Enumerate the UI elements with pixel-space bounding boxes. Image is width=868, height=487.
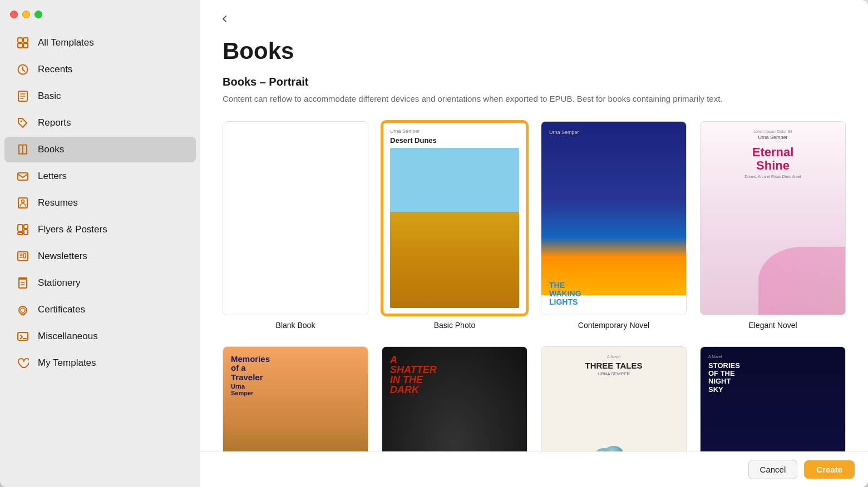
svg-rect-1 — [23, 38, 28, 42]
template-thumbnail-stories: A Novel STORIESOF THENIGHTSKY — [700, 346, 846, 451]
misc-icon — [16, 329, 30, 344]
cover-desert: Urna Semper Desert Dunes — [383, 123, 526, 314]
cover-stories: A Novel STORIESOF THENIGHTSKY — [701, 347, 845, 451]
template-thumbnail-blank — [223, 121, 368, 315]
section-title: Books – Portrait — [223, 76, 846, 88]
sidebar-item-resumes[interactable]: Resumes — [4, 190, 196, 216]
sidebar-item-letters[interactable]: Letters — [4, 163, 196, 189]
svg-rect-10 — [18, 173, 28, 180]
cbot: THEWAKINGLIGHTS — [549, 281, 678, 307]
svg-rect-14 — [24, 225, 28, 228]
template-thumbnail-memories: Memoriesof aTraveler UrnaSemper — [223, 346, 368, 451]
doc-icon — [16, 89, 30, 103]
svg-point-26 — [19, 306, 27, 314]
main-header — [200, 0, 868, 32]
sidebar-item-all-templates[interactable]: All Templates — [4, 30, 196, 56]
svg-rect-17 — [18, 252, 28, 261]
template-item-stories[interactable]: A Novel STORIESOF THENIGHTSKY Stories of… — [700, 346, 846, 451]
section-description: Content can reflow to accommodate differ… — [223, 93, 757, 106]
etitle: EternalShine — [752, 146, 794, 172]
sidebar-item-label: Certificates — [38, 304, 85, 315]
template-name-contemporary: Contemporary Novel — [578, 321, 649, 330]
svg-rect-13 — [18, 225, 23, 231]
template-thumbnail-contemporary: Urna Semper THEWAKINGLIGHTS — [541, 121, 687, 315]
flyer-icon — [16, 222, 30, 237]
cover-shatter: ASHATTERIN THEDARK — [382, 347, 527, 451]
sidebar-item-label: Miscellaneous — [38, 331, 98, 342]
sidebar-item-books[interactable]: Books — [4, 137, 196, 162]
svg-rect-21 — [23, 254, 26, 258]
sidebar-item-label: Newsletters — [38, 251, 87, 262]
cover-contemporary: Urna Semper THEWAKINGLIGHTS — [541, 122, 686, 315]
esubt: Donec, Arcu et Risus Diam Amet — [744, 175, 801, 178]
mtitle: Memoriesof aTraveler — [231, 355, 360, 382]
cover-blank — [223, 122, 368, 315]
template-name-basic-photo: Basic Photo — [434, 321, 476, 330]
template-item-contemporary-novel[interactable]: Urna Semper THEWAKINGLIGHTS Contemporary… — [541, 121, 687, 330]
certificate-icon — [16, 302, 30, 317]
close-button[interactable] — [10, 11, 18, 18]
svg-rect-2 — [18, 43, 22, 48]
svg-rect-16 — [18, 232, 23, 235]
sidebar-item-label: My Templates — [38, 357, 96, 369]
sttitle: STORIESOF THENIGHTSKY — [708, 362, 837, 394]
back-button[interactable] — [217, 11, 233, 27]
app-window: All Templates Recents Basi — [0, 0, 868, 487]
sidebar-item-newsletters[interactable]: Newsletters — [4, 244, 196, 269]
book-image — [390, 148, 519, 308]
cancel-button[interactable]: Cancel — [748, 460, 798, 479]
titlebar — [0, 0, 200, 29]
footer: Cancel Create — [200, 451, 868, 487]
svg-point-12 — [22, 200, 24, 203]
cover-memories: Memoriesof aTraveler UrnaSemper — [223, 347, 368, 451]
newsletter-icon — [16, 249, 30, 264]
cmid — [549, 137, 678, 281]
stnote: A Novel — [708, 355, 837, 359]
sidebar-item-stationery[interactable]: Stationery — [4, 270, 196, 296]
svg-point-9 — [21, 121, 22, 122]
stationery-icon — [16, 276, 30, 290]
sidebar-item-certificates[interactable]: Certificates — [4, 297, 196, 322]
template-item-blank-book[interactable]: Blank Book — [223, 121, 368, 330]
sidebar-item-recents[interactable]: Recents — [4, 57, 196, 82]
cover-threetales: A Novel THREE TALES URNA SEMPER — [541, 347, 686, 451]
ename: Uma Semper — [758, 135, 787, 140]
maximize-button[interactable] — [34, 11, 42, 18]
book-author: Urna Semper — [390, 128, 519, 134]
create-button[interactable]: Create — [804, 460, 855, 479]
svg-rect-15 — [24, 230, 28, 235]
sidebar-item-miscellaneous[interactable]: Miscellaneous — [4, 324, 196, 349]
sidebar-item-label: Stationery — [38, 277, 81, 289]
template-item-basic-photo[interactable]: Urna Semper Desert Dunes Basic Photo — [382, 121, 527, 330]
sidebar-item-reports[interactable]: Reports — [4, 110, 196, 136]
template-item-three-tales[interactable]: A Novel THREE TALES URNA SEMPER — [541, 346, 687, 451]
ttnote: A Novel — [607, 355, 620, 359]
svg-rect-0 — [18, 38, 22, 42]
template-thumbnail-threetales: A Novel THREE TALES URNA SEMPER — [541, 346, 687, 451]
heart-icon — [16, 356, 30, 370]
sidebar-item-flyers-posters[interactable]: Flyers & Posters — [4, 217, 196, 242]
template-item-shatter[interactable]: ASHATTERIN THEDARK A Shatter in the Dark — [382, 346, 527, 451]
mauthor: UrnaSemper — [231, 383, 360, 396]
template-name-elegant: Elegant Novel — [748, 321, 797, 330]
minimize-button[interactable] — [22, 11, 30, 18]
letter-icon — [16, 169, 30, 183]
ctop: Urna Semper — [549, 130, 678, 135]
templates-grid-row1: Blank Book Urna Semper Desert Dunes Basi… — [223, 121, 846, 330]
page-title: Books — [200, 32, 868, 76]
sidebar-item-label: Flyers & Posters — [38, 224, 107, 235]
tag-icon — [16, 116, 30, 130]
clock-icon — [16, 62, 30, 77]
template-thumbnail-shatter: ASHATTERIN THEDARK — [382, 346, 527, 451]
ttauthor: URNA SEMPER — [598, 371, 630, 376]
pink-shape — [758, 247, 845, 315]
person-icon — [16, 196, 30, 210]
main-scrollable: Books – Portrait Content can reflow to a… — [200, 76, 868, 451]
sidebar-item-label: All Templates — [38, 37, 94, 48]
template-item-elegant-novel[interactable]: Lorem Ipsum Dolor Sit Uma Semper Eternal… — [700, 121, 846, 330]
sidebar-item-my-templates[interactable]: My Templates — [4, 350, 196, 376]
template-item-memories[interactable]: Memoriesof aTraveler UrnaSemper Memories… — [223, 346, 368, 451]
grid-icon — [16, 36, 30, 50]
template-thumbnail-basic-photo: Urna Semper Desert Dunes — [382, 121, 527, 315]
sidebar-item-basic[interactable]: Basic — [4, 83, 196, 109]
